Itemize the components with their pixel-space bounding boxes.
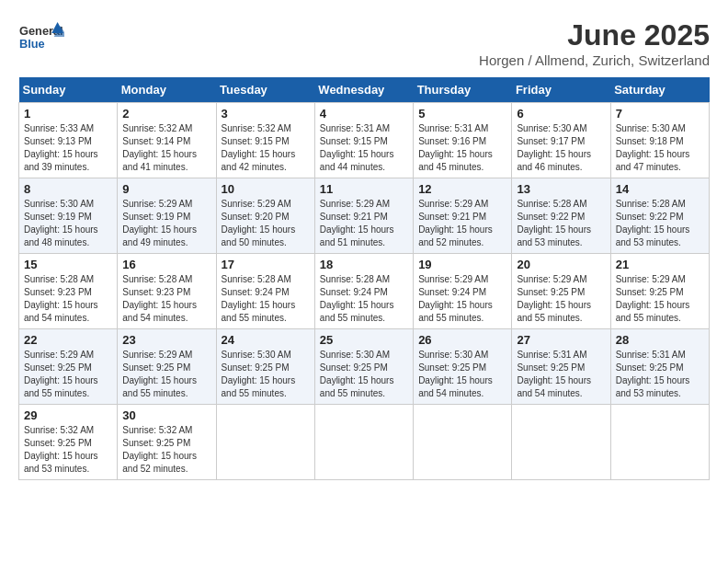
col-thursday: Thursday bbox=[414, 77, 512, 103]
table-row: 18 Sunrise: 5:28 AM Sunset: 9:24 PM Dayl… bbox=[314, 254, 413, 329]
calendar-week-row: 1 Sunrise: 5:33 AM Sunset: 9:13 PM Dayli… bbox=[19, 103, 710, 178]
day-info: Sunrise: 5:30 AM Sunset: 9:18 PM Dayligh… bbox=[616, 122, 704, 174]
day-number: 12 bbox=[418, 182, 506, 196]
calendar-table: Sunday Monday Tuesday Wednesday Thursday… bbox=[18, 77, 710, 480]
sunrise-text: Sunrise: 5:28 AM bbox=[222, 274, 291, 284]
sunset-text: Sunset: 9:25 PM bbox=[616, 287, 684, 297]
sunset-text: Sunset: 9:17 PM bbox=[517, 136, 585, 146]
sunrise-text: Sunrise: 5:30 AM bbox=[24, 199, 94, 209]
daylight-text: Daylight: 15 hours and 51 minutes. bbox=[320, 224, 394, 247]
logo: General Blue bbox=[18, 18, 64, 55]
sunrise-text: Sunrise: 5:29 AM bbox=[24, 350, 94, 360]
calendar-header-row: Sunday Monday Tuesday Wednesday Thursday… bbox=[19, 77, 710, 103]
day-number: 28 bbox=[616, 333, 704, 347]
sunset-text: Sunset: 9:19 PM bbox=[122, 212, 190, 222]
sunset-text: Sunset: 9:23 PM bbox=[24, 287, 92, 297]
sunrise-text: Sunrise: 5:29 AM bbox=[320, 199, 390, 209]
sunset-text: Sunset: 9:24 PM bbox=[222, 287, 290, 297]
table-row: 5 Sunrise: 5:31 AM Sunset: 9:16 PM Dayli… bbox=[414, 103, 512, 178]
table-row: 16 Sunrise: 5:28 AM Sunset: 9:23 PM Dayl… bbox=[118, 254, 216, 329]
day-number: 20 bbox=[517, 258, 605, 271]
day-info: Sunrise: 5:30 AM Sunset: 9:25 PM Dayligh… bbox=[222, 349, 310, 400]
sunset-text: Sunset: 9:25 PM bbox=[222, 362, 290, 373]
sunrise-text: Sunrise: 5:28 AM bbox=[320, 274, 390, 284]
table-row: 22 Sunrise: 5:29 AM Sunset: 9:25 PM Dayl… bbox=[19, 329, 118, 405]
sunset-text: Sunset: 9:13 PM bbox=[24, 136, 92, 146]
day-number: 18 bbox=[320, 258, 408, 271]
sunrise-text: Sunrise: 5:32 AM bbox=[24, 425, 94, 435]
daylight-text: Daylight: 15 hours and 55 minutes. bbox=[517, 300, 591, 323]
day-info: Sunrise: 5:33 AM Sunset: 9:13 PM Dayligh… bbox=[24, 122, 112, 174]
day-info: Sunrise: 5:32 AM Sunset: 9:14 PM Dayligh… bbox=[122, 122, 210, 174]
sunrise-text: Sunrise: 5:28 AM bbox=[616, 199, 686, 209]
calendar-week-row: 8 Sunrise: 5:30 AM Sunset: 9:19 PM Dayli… bbox=[19, 178, 710, 254]
calendar-week-row: 29 Sunrise: 5:32 AM Sunset: 9:25 PM Dayl… bbox=[19, 405, 710, 480]
sunrise-text: Sunrise: 5:28 AM bbox=[517, 199, 586, 209]
sunset-text: Sunset: 9:25 PM bbox=[517, 287, 585, 297]
daylight-text: Daylight: 15 hours and 49 minutes. bbox=[122, 224, 197, 247]
day-info: Sunrise: 5:32 AM Sunset: 9:15 PM Dayligh… bbox=[222, 122, 310, 174]
sunrise-text: Sunrise: 5:32 AM bbox=[122, 425, 192, 435]
table-row: 14 Sunrise: 5:28 AM Sunset: 9:22 PM Dayl… bbox=[610, 178, 709, 254]
sunrise-text: Sunrise: 5:29 AM bbox=[122, 350, 192, 360]
table-row: 27 Sunrise: 5:31 AM Sunset: 9:25 PM Dayl… bbox=[512, 329, 610, 405]
table-row: 30 Sunrise: 5:32 AM Sunset: 9:25 PM Dayl… bbox=[118, 405, 216, 480]
day-info: Sunrise: 5:29 AM Sunset: 9:25 PM Dayligh… bbox=[122, 349, 210, 400]
daylight-text: Daylight: 15 hours and 54 minutes. bbox=[418, 375, 493, 398]
day-info: Sunrise: 5:31 AM Sunset: 9:25 PM Dayligh… bbox=[517, 349, 605, 400]
day-number: 15 bbox=[24, 258, 112, 271]
sunrise-text: Sunrise: 5:30 AM bbox=[418, 350, 488, 360]
table-row: 29 Sunrise: 5:32 AM Sunset: 9:25 PM Dayl… bbox=[19, 405, 118, 480]
day-number: 7 bbox=[616, 107, 704, 121]
sunrise-text: Sunrise: 5:28 AM bbox=[122, 274, 192, 284]
daylight-text: Daylight: 15 hours and 55 minutes. bbox=[122, 375, 197, 398]
day-info: Sunrise: 5:30 AM Sunset: 9:25 PM Dayligh… bbox=[320, 349, 408, 400]
sunset-text: Sunset: 9:25 PM bbox=[320, 362, 388, 373]
sunrise-text: Sunrise: 5:30 AM bbox=[222, 350, 291, 360]
day-info: Sunrise: 5:29 AM Sunset: 9:24 PM Dayligh… bbox=[418, 273, 506, 325]
daylight-text: Daylight: 15 hours and 46 minutes. bbox=[517, 149, 591, 172]
daylight-text: Daylight: 15 hours and 47 minutes. bbox=[616, 149, 690, 172]
sunset-text: Sunset: 9:15 PM bbox=[320, 136, 388, 146]
day-number: 26 bbox=[418, 333, 506, 347]
sunset-text: Sunset: 9:25 PM bbox=[122, 362, 190, 373]
sunset-text: Sunset: 9:25 PM bbox=[24, 438, 92, 448]
sunrise-text: Sunrise: 5:31 AM bbox=[517, 350, 586, 360]
sunset-text: Sunset: 9:25 PM bbox=[24, 362, 92, 373]
table-row bbox=[314, 405, 413, 480]
table-row: 2 Sunrise: 5:32 AM Sunset: 9:14 PM Dayli… bbox=[118, 103, 216, 178]
day-number: 5 bbox=[418, 107, 506, 121]
day-number: 21 bbox=[616, 258, 704, 271]
daylight-text: Daylight: 15 hours and 41 minutes. bbox=[122, 149, 197, 172]
calendar-title: June 2025 bbox=[479, 18, 710, 52]
table-row: 19 Sunrise: 5:29 AM Sunset: 9:24 PM Dayl… bbox=[414, 254, 512, 329]
sunrise-text: Sunrise: 5:30 AM bbox=[320, 350, 390, 360]
sunrise-text: Sunrise: 5:31 AM bbox=[320, 123, 390, 133]
table-row: 6 Sunrise: 5:30 AM Sunset: 9:17 PM Dayli… bbox=[512, 103, 610, 178]
day-number: 24 bbox=[222, 333, 310, 347]
table-row: 26 Sunrise: 5:30 AM Sunset: 9:25 PM Dayl… bbox=[414, 329, 512, 405]
title-area: June 2025 Horgen / Allmend, Zurich, Swit… bbox=[479, 18, 710, 68]
sunset-text: Sunset: 9:25 PM bbox=[616, 362, 684, 373]
table-row: 10 Sunrise: 5:29 AM Sunset: 9:20 PM Dayl… bbox=[216, 178, 314, 254]
sunrise-text: Sunrise: 5:32 AM bbox=[122, 123, 192, 133]
sunrise-text: Sunrise: 5:31 AM bbox=[616, 350, 686, 360]
daylight-text: Daylight: 15 hours and 42 minutes. bbox=[222, 149, 296, 172]
col-monday: Monday bbox=[118, 77, 216, 103]
sunset-text: Sunset: 9:15 PM bbox=[222, 136, 290, 146]
sunrise-text: Sunrise: 5:29 AM bbox=[418, 274, 488, 284]
sunrise-text: Sunrise: 5:30 AM bbox=[616, 123, 686, 133]
sunset-text: Sunset: 9:24 PM bbox=[418, 287, 486, 297]
table-row: 11 Sunrise: 5:29 AM Sunset: 9:21 PM Dayl… bbox=[314, 178, 413, 254]
day-number: 13 bbox=[517, 182, 605, 196]
sunset-text: Sunset: 9:14 PM bbox=[122, 136, 190, 146]
daylight-text: Daylight: 15 hours and 52 minutes. bbox=[418, 224, 493, 247]
table-row: 20 Sunrise: 5:29 AM Sunset: 9:25 PM Dayl… bbox=[512, 254, 610, 329]
day-number: 27 bbox=[517, 333, 605, 347]
sunrise-text: Sunrise: 5:29 AM bbox=[616, 274, 686, 284]
daylight-text: Daylight: 15 hours and 53 minutes. bbox=[24, 451, 98, 474]
day-number: 30 bbox=[122, 408, 210, 422]
daylight-text: Daylight: 15 hours and 52 minutes. bbox=[122, 451, 197, 474]
day-number: 1 bbox=[24, 107, 112, 121]
table-row bbox=[512, 405, 610, 480]
